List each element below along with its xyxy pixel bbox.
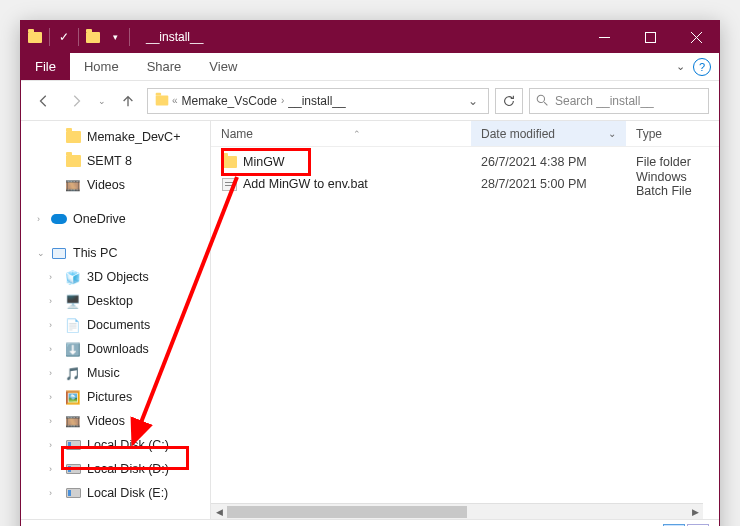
breadcrumb[interactable]: « Memake_VsCode › __install__ ⌄	[147, 88, 489, 114]
videos-icon: 🎞️	[65, 413, 81, 429]
sidebar-item-music[interactable]: ›🎵Music	[21, 361, 210, 385]
navigation-pane: Memake_DevC+ SEMT 8 🎞️Videos ›OneDrive ⌄…	[21, 121, 211, 519]
disk-icon	[65, 485, 81, 501]
sidebar-item-pictures[interactable]: ›🖼️Pictures	[21, 385, 210, 409]
ribbon: File Home Share View ⌄ ?	[21, 53, 719, 81]
horizontal-scrollbar[interactable]: ◀ ▶	[211, 503, 703, 519]
sidebar-item-disk-c[interactable]: ›Local Disk (C:)	[21, 433, 210, 457]
up-button[interactable]	[115, 88, 141, 114]
chevron-down-icon[interactable]: ⌄	[608, 128, 616, 139]
file-rows: MinGW 26/7/2021 4:38 PM File folder Add …	[211, 147, 719, 199]
tab-share[interactable]: Share	[133, 53, 196, 80]
pc-icon	[51, 245, 67, 261]
scroll-right-icon[interactable]: ▶	[687, 504, 703, 520]
downloads-icon: ⬇️	[65, 341, 81, 357]
sidebar-item-desktop[interactable]: ›🖥️Desktop	[21, 289, 210, 313]
minimize-button[interactable]	[581, 21, 627, 53]
folder-icon	[27, 29, 43, 45]
quick-access-toolbar: ✓ ▾	[21, 28, 136, 46]
sidebar-item-downloads[interactable]: ›⬇️Downloads	[21, 337, 210, 361]
titlebar: ✓ ▾ __install__	[21, 21, 719, 53]
status-bar: 2 items	[21, 519, 719, 526]
maximize-button[interactable]	[627, 21, 673, 53]
properties-icon[interactable]: ✓	[56, 29, 72, 45]
sidebar-item-disk-d[interactable]: ›Local Disk (D:)	[21, 457, 210, 481]
sidebar-item-thispc[interactable]: ⌄This PC	[21, 241, 210, 265]
sidebar-item-3dobjects[interactable]: ›🧊3D Objects	[21, 265, 210, 289]
address-bar: ⌄ « Memake_VsCode › __install__ ⌄ Search…	[21, 81, 719, 121]
close-button[interactable]	[673, 21, 719, 53]
breadcrumb-segment[interactable]: __install__	[286, 94, 347, 108]
collapse-icon[interactable]: ⌄	[37, 248, 45, 258]
forward-button[interactable]	[63, 88, 89, 114]
sidebar-item-onedrive[interactable]: ›OneDrive	[21, 207, 210, 231]
column-date[interactable]: Date modified⌄	[471, 121, 626, 146]
sidebar-item-documents[interactable]: ›📄Documents	[21, 313, 210, 337]
column-headers: Name⌃ Date modified⌄ Type	[211, 121, 719, 147]
tab-view[interactable]: View	[195, 53, 251, 80]
sidebar-item-semt8[interactable]: SEMT 8	[21, 149, 210, 173]
disk-icon	[65, 437, 81, 453]
explorer-window: ✓ ▾ __install__ File Home Share View ⌄ ?…	[20, 20, 720, 526]
breadcrumb-segment[interactable]: Memake_VsCode	[180, 94, 279, 108]
sort-indicator-icon: ⌃	[353, 129, 361, 139]
folder-icon	[65, 153, 81, 169]
search-icon	[536, 94, 549, 107]
desktop-icon: 🖥️	[65, 293, 81, 309]
sidebar-item-videos[interactable]: 🎞️Videos	[21, 173, 210, 197]
refresh-button[interactable]	[495, 88, 523, 114]
file-list-pane: Name⌃ Date modified⌄ Type MinGW 26/7/202…	[211, 121, 719, 519]
scrollbar-thumb[interactable]	[227, 506, 467, 518]
bat-file-icon	[221, 176, 237, 192]
search-input[interactable]: Search __install__	[529, 88, 709, 114]
svg-rect-0	[645, 32, 655, 42]
videos-icon: 🎞️	[65, 177, 81, 193]
sidebar-item-disk-e[interactable]: ›Local Disk (E:)	[21, 481, 210, 505]
tab-file[interactable]: File	[21, 53, 70, 80]
ribbon-chevron-icon[interactable]: ⌄	[676, 60, 685, 73]
disk-icon	[65, 461, 81, 477]
column-name[interactable]: Name⌃	[211, 121, 471, 146]
qat-dropdown-icon[interactable]: ▾	[107, 29, 123, 45]
body: Memake_DevC+ SEMT 8 🎞️Videos ›OneDrive ⌄…	[21, 121, 719, 519]
column-type[interactable]: Type	[626, 121, 719, 146]
history-dropdown-icon[interactable]: ⌄	[95, 88, 109, 114]
folder-icon	[65, 129, 81, 145]
svg-point-1	[537, 95, 544, 102]
scroll-left-icon[interactable]: ◀	[211, 504, 227, 520]
tab-home[interactable]: Home	[70, 53, 133, 80]
sidebar-item-memake-devc[interactable]: Memake_DevC+	[21, 125, 210, 149]
expand-icon[interactable]: ›	[37, 214, 40, 224]
pictures-icon: 🖼️	[65, 389, 81, 405]
documents-icon: 📄	[65, 317, 81, 333]
music-icon: 🎵	[65, 365, 81, 381]
file-row-addmingw-bat[interactable]: Add MinGW to env.bat 28/7/2021 5:00 PM W…	[211, 173, 719, 195]
folder-icon	[221, 154, 237, 170]
3d-icon: 🧊	[65, 269, 81, 285]
chevron-right-icon[interactable]: ›	[281, 95, 284, 106]
folder-icon	[85, 29, 101, 45]
help-button[interactable]: ?	[693, 58, 711, 76]
chevron-right-icon[interactable]: «	[172, 95, 178, 106]
back-button[interactable]	[31, 88, 57, 114]
search-placeholder: Search __install__	[555, 94, 654, 108]
sidebar-item-videos2[interactable]: ›🎞️Videos	[21, 409, 210, 433]
window-title: __install__	[146, 30, 203, 44]
folder-icon	[154, 93, 170, 109]
address-dropdown-icon[interactable]: ⌄	[464, 94, 482, 108]
onedrive-icon	[51, 211, 67, 227]
